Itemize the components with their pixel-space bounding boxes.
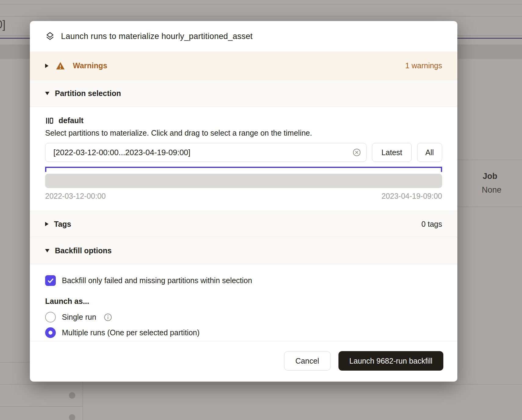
bg-divider: [0, 4, 522, 4]
latest-button[interactable]: Latest: [372, 143, 412, 162]
partition-timeline[interactable]: [45, 174, 442, 188]
caret-right-icon: [45, 64, 48, 68]
partition-selection-toggle[interactable]: Partition selection: [30, 80, 457, 107]
caret-right-icon: [45, 222, 48, 226]
partition-selection-content: default Select partitions to materialize…: [30, 107, 457, 211]
failed-missing-checkbox[interactable]: [45, 275, 56, 286]
bg-row-divider: [457, 207, 522, 207]
single-run-label: Single run: [62, 313, 96, 322]
all-button[interactable]: All: [417, 143, 442, 162]
partition-helper-text: Select partitions to materialize. Click …: [45, 129, 442, 137]
bg-status-dot: [69, 414, 75, 420]
selection-range-bracket: [45, 167, 442, 172]
bg-status-dot: [69, 392, 75, 399]
bg-row-divider: [457, 160, 522, 160]
backfill-options-content: Backfill only failed and missing partiti…: [30, 264, 457, 338]
tags-section-toggle[interactable]: Tags 0 tags: [30, 211, 457, 237]
asset-layers-icon: [45, 31, 55, 41]
partition-selection-label: Partition selection: [55, 89, 121, 98]
launch-backfill-button[interactable]: Launch 9682-run backfill: [338, 351, 443, 371]
launch-backfill-dialog: Launch runs to materialize hourly_partit…: [30, 21, 457, 382]
launch-as-label: Launch as...: [45, 297, 442, 306]
tags-label: Tags: [54, 220, 71, 229]
multiple-runs-radio[interactable]: [45, 327, 56, 338]
cancel-button[interactable]: Cancel: [284, 351, 331, 371]
bg-row-divider: [0, 362, 30, 362]
partition-dimension-name: default: [59, 116, 84, 125]
failed-missing-checkbox-label: Backfill only failed and missing partiti…: [62, 276, 252, 285]
bg-row-divider: [0, 406, 83, 407]
multiple-runs-label: Multiple runs (One per selected partitio…: [62, 328, 200, 337]
warnings-section-toggle[interactable]: Warnings 1 warnings: [30, 52, 457, 80]
range-end-label: 2023-04-19-09:00: [381, 192, 442, 201]
bg-job-column-value: None: [482, 185, 502, 195]
caret-down-icon: [45, 249, 49, 252]
bg-divider: [0, 16, 522, 16]
backfill-options-label: Backfill options: [55, 246, 112, 255]
warning-icon: [56, 61, 65, 70]
partition-range-input[interactable]: [45, 143, 366, 162]
single-run-radio[interactable]: [45, 312, 56, 322]
bg-row-divider: [0, 384, 522, 384]
backfill-options-toggle[interactable]: Backfill options: [30, 237, 457, 264]
clear-input-icon[interactable]: [352, 148, 361, 157]
caret-down-icon: [45, 92, 49, 95]
bg-clipped-text: 0]: [0, 18, 5, 31]
dialog-header: Launch runs to materialize hourly_partit…: [30, 21, 457, 52]
warnings-count: 1 warnings: [405, 61, 442, 70]
info-icon[interactable]: [104, 313, 112, 322]
partition-set-icon: [45, 116, 54, 125]
bg-job-column-header: Job: [483, 172, 497, 181]
range-start-label: 2022-03-12-00:00: [45, 192, 106, 201]
tags-count: 0 tags: [421, 220, 442, 229]
dialog-footer: Cancel Launch 9682-run backfill: [30, 341, 457, 382]
warnings-label: Warnings: [73, 61, 107, 70]
dialog-title: Launch runs to materialize hourly_partit…: [61, 32, 253, 41]
bg-column-divider: [83, 382, 83, 420]
